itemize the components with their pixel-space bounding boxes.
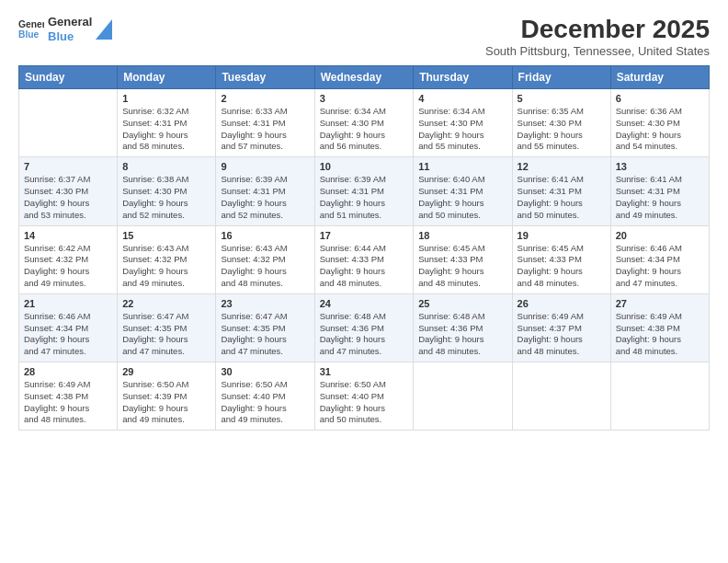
logo-icon: General Blue [18,17,44,42]
table-cell: 9Sunrise: 6:39 AM Sunset: 4:31 PM Daylig… [216,157,314,225]
table-cell: 6Sunrise: 6:36 AM Sunset: 4:30 PM Daylig… [610,89,709,157]
day-number: 18 [418,230,506,241]
day-number: 20 [616,230,704,241]
day-detail: Sunrise: 6:34 AM Sunset: 4:30 PM Dayligh… [320,106,409,153]
day-number: 9 [221,161,309,172]
day-detail: Sunrise: 6:35 AM Sunset: 4:30 PM Dayligh… [518,106,606,153]
table-cell: 12Sunrise: 6:41 AM Sunset: 4:31 PM Dayli… [512,157,610,225]
table-cell: 25Sunrise: 6:48 AM Sunset: 4:36 PM Dayli… [414,293,512,362]
table-cell: 13Sunrise: 6:41 AM Sunset: 4:31 PM Dayli… [610,157,709,225]
calendar-header-row: Sunday Monday Tuesday Wednesday Thursday… [19,66,710,89]
table-cell: 18Sunrise: 6:45 AM Sunset: 4:33 PM Dayli… [414,225,512,293]
table-cell: 17Sunrise: 6:44 AM Sunset: 4:33 PM Dayli… [314,225,414,293]
table-cell: 10Sunrise: 6:39 AM Sunset: 4:31 PM Dayli… [314,157,414,225]
day-number: 4 [418,93,506,104]
header-friday: Friday [512,66,610,89]
table-cell: 28Sunrise: 6:49 AM Sunset: 4:38 PM Dayli… [19,362,118,431]
header-wednesday: Wednesday [314,66,414,89]
calendar-week-row: 14Sunrise: 6:42 AM Sunset: 4:32 PM Dayli… [19,225,710,293]
header-thursday: Thursday [414,66,512,89]
day-number: 16 [221,230,309,241]
table-cell: 2Sunrise: 6:33 AM Sunset: 4:31 PM Daylig… [216,89,314,157]
day-detail: Sunrise: 6:49 AM Sunset: 4:38 PM Dayligh… [616,311,704,358]
svg-text:General: General [18,19,44,29]
day-detail: Sunrise: 6:36 AM Sunset: 4:30 PM Dayligh… [616,106,704,153]
main-title: December 2025 [485,15,710,44]
logo: General Blue General Blue [18,15,112,43]
header-saturday: Saturday [610,66,709,89]
table-cell: 5Sunrise: 6:35 AM Sunset: 4:30 PM Daylig… [512,89,610,157]
day-number: 15 [122,230,210,241]
table-cell: 4Sunrise: 6:34 AM Sunset: 4:30 PM Daylig… [414,89,512,157]
table-cell: 20Sunrise: 6:46 AM Sunset: 4:34 PM Dayli… [610,225,709,293]
day-detail: Sunrise: 6:47 AM Sunset: 4:35 PM Dayligh… [221,311,309,358]
table-cell: 30Sunrise: 6:50 AM Sunset: 4:40 PM Dayli… [216,362,314,431]
day-number: 14 [24,230,112,241]
day-detail: Sunrise: 6:34 AM Sunset: 4:30 PM Dayligh… [418,106,506,153]
table-cell: 22Sunrise: 6:47 AM Sunset: 4:35 PM Dayli… [118,293,216,362]
day-number: 11 [418,161,506,172]
day-number: 21 [24,298,112,309]
day-detail: Sunrise: 6:39 AM Sunset: 4:31 PM Dayligh… [320,174,409,221]
calendar-week-row: 7Sunrise: 6:37 AM Sunset: 4:30 PM Daylig… [19,157,710,225]
logo-triangle-icon [96,19,112,40]
day-detail: Sunrise: 6:43 AM Sunset: 4:32 PM Dayligh… [122,243,210,290]
day-detail: Sunrise: 6:44 AM Sunset: 4:33 PM Dayligh… [320,243,409,290]
day-number: 6 [616,93,704,104]
table-cell: 15Sunrise: 6:43 AM Sunset: 4:32 PM Dayli… [118,225,216,293]
day-number: 1 [122,93,210,104]
day-number: 8 [122,161,210,172]
table-cell: 21Sunrise: 6:46 AM Sunset: 4:34 PM Dayli… [19,293,118,362]
day-number: 26 [518,298,606,309]
table-cell: 7Sunrise: 6:37 AM Sunset: 4:30 PM Daylig… [19,157,118,225]
table-cell: 27Sunrise: 6:49 AM Sunset: 4:38 PM Dayli… [610,293,709,362]
day-detail: Sunrise: 6:32 AM Sunset: 4:31 PM Dayligh… [122,106,210,153]
day-detail: Sunrise: 6:49 AM Sunset: 4:38 PM Dayligh… [24,379,112,426]
table-cell: 11Sunrise: 6:40 AM Sunset: 4:31 PM Dayli… [414,157,512,225]
calendar-week-row: 21Sunrise: 6:46 AM Sunset: 4:34 PM Dayli… [19,293,710,362]
table-cell [414,362,512,431]
day-number: 10 [320,161,409,172]
table-cell: 23Sunrise: 6:47 AM Sunset: 4:35 PM Dayli… [216,293,314,362]
header-tuesday: Tuesday [216,66,314,89]
title-block: December 2025 South Pittsburg, Tennessee… [485,15,710,58]
header-monday: Monday [118,66,216,89]
day-detail: Sunrise: 6:45 AM Sunset: 4:33 PM Dayligh… [418,243,506,290]
day-number: 2 [221,93,309,104]
table-cell [19,89,118,157]
day-number: 24 [320,298,409,309]
day-detail: Sunrise: 6:38 AM Sunset: 4:30 PM Dayligh… [122,174,210,221]
day-number: 7 [24,161,112,172]
day-number: 22 [122,298,210,309]
day-number: 28 [24,366,112,377]
day-detail: Sunrise: 6:33 AM Sunset: 4:31 PM Dayligh… [221,106,309,153]
day-detail: Sunrise: 6:41 AM Sunset: 4:31 PM Dayligh… [518,174,606,221]
table-cell: 31Sunrise: 6:50 AM Sunset: 4:40 PM Dayli… [314,362,414,431]
day-detail: Sunrise: 6:42 AM Sunset: 4:32 PM Dayligh… [24,243,112,290]
calendar-week-row: 1Sunrise: 6:32 AM Sunset: 4:31 PM Daylig… [19,89,710,157]
table-cell: 1Sunrise: 6:32 AM Sunset: 4:31 PM Daylig… [118,89,216,157]
day-number: 25 [418,298,506,309]
day-detail: Sunrise: 6:46 AM Sunset: 4:34 PM Dayligh… [24,311,112,358]
day-detail: Sunrise: 6:43 AM Sunset: 4:32 PM Dayligh… [221,243,309,290]
day-number: 12 [518,161,606,172]
page: General Blue General Blue December 2025 … [0,0,728,563]
table-cell [610,362,709,431]
day-detail: Sunrise: 6:50 AM Sunset: 4:39 PM Dayligh… [122,379,210,426]
table-cell: 3Sunrise: 6:34 AM Sunset: 4:30 PM Daylig… [314,89,414,157]
table-cell: 26Sunrise: 6:49 AM Sunset: 4:37 PM Dayli… [512,293,610,362]
svg-text:Blue: Blue [18,29,40,40]
table-cell: 14Sunrise: 6:42 AM Sunset: 4:32 PM Dayli… [19,225,118,293]
svg-marker-3 [96,19,112,40]
day-number: 5 [518,93,606,104]
day-detail: Sunrise: 6:48 AM Sunset: 4:36 PM Dayligh… [418,311,506,358]
logo-blue: Blue [48,29,92,44]
header: General Blue General Blue December 2025 … [18,15,710,58]
table-cell: 29Sunrise: 6:50 AM Sunset: 4:39 PM Dayli… [118,362,216,431]
day-number: 23 [221,298,309,309]
day-detail: Sunrise: 6:41 AM Sunset: 4:31 PM Dayligh… [616,174,704,221]
table-cell: 19Sunrise: 6:45 AM Sunset: 4:33 PM Dayli… [512,225,610,293]
logo-general: General [48,15,92,29]
day-detail: Sunrise: 6:50 AM Sunset: 4:40 PM Dayligh… [221,379,309,426]
calendar-week-row: 28Sunrise: 6:49 AM Sunset: 4:38 PM Dayli… [19,362,710,431]
